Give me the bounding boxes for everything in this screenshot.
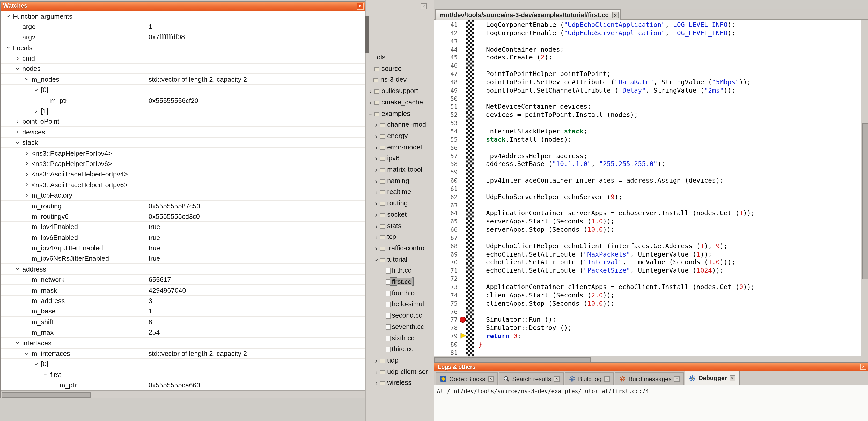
expand-icon[interactable]: › <box>373 165 380 175</box>
collapse-icon[interactable]: › <box>22 76 32 83</box>
close-icon[interactable]: × <box>604 376 610 382</box>
watch-row[interactable]: ›address <box>1 264 365 274</box>
tree-item-socket[interactable]: ›socket <box>366 210 434 220</box>
watch-row[interactable]: ›stack <box>1 137 365 148</box>
tree-item-second-cc[interactable]: second.cc <box>366 311 434 321</box>
expand-icon[interactable]: › <box>14 128 21 137</box>
collapse-icon[interactable]: › <box>32 86 41 93</box>
expand-icon[interactable]: › <box>373 233 380 242</box>
code-editor[interactable]: 41 LogComponentEnable ("UdpEchoClientApp… <box>434 20 861 356</box>
expand-icon[interactable]: › <box>367 98 374 107</box>
watch-row[interactable]: ›[0] <box>1 359 365 369</box>
tree-item-ipv6[interactable]: ›ipv6 <box>366 154 434 164</box>
watch-row[interactable]: ›<ns3::PcapHelperForIpv4> <box>1 148 365 159</box>
watch-row[interactable]: ›[0] <box>1 85 365 95</box>
watch-row[interactable]: ›<ns3::PcapHelperForIpv6> <box>1 159 365 169</box>
watch-row[interactable]: m_base1 <box>1 306 365 317</box>
log-tab-build-messages[interactable]: Build messages× <box>615 373 684 385</box>
tree-item-seventh-cc[interactable]: seventh.cc <box>366 322 434 332</box>
close-icon[interactable]: × <box>421 3 427 9</box>
expand-icon[interactable]: › <box>373 379 380 388</box>
expand-icon[interactable]: › <box>23 191 31 200</box>
close-icon[interactable]: × <box>612 12 619 18</box>
expand-icon[interactable]: › <box>23 159 31 168</box>
tree-item-hello-simul[interactable]: hello-simul <box>366 300 434 310</box>
tree-item-error-model[interactable]: ›error-model <box>366 142 434 153</box>
tree-item-ns-3-dev[interactable]: ns-3-dev <box>366 75 434 86</box>
watch-row[interactable]: m_ipv4ArpJitterEnabledtrue <box>1 243 365 253</box>
collapse-icon[interactable]: › <box>4 12 13 20</box>
close-icon[interactable]: × <box>730 375 735 381</box>
close-icon[interactable]: × <box>356 3 364 10</box>
watches-hscrollbar[interactable] <box>1 390 365 398</box>
close-icon[interactable]: × <box>554 376 559 382</box>
expand-icon[interactable]: › <box>373 154 380 164</box>
close-icon[interactable]: × <box>488 376 494 382</box>
collapse-icon[interactable]: › <box>372 256 381 263</box>
watch-row[interactable]: ›m_interfacesstd::vector of length 2, ca… <box>1 348 365 359</box>
expand-icon[interactable]: › <box>373 188 380 197</box>
tree-scrollbar-thumb[interactable] <box>365 15 369 53</box>
watch-row[interactable]: ›m_tcpFactory <box>1 190 365 201</box>
watch-row[interactable]: ›m_nodesstd::vector of length 2, capacit… <box>1 74 365 85</box>
tree-item-udp[interactable]: ›udp <box>366 356 434 366</box>
collapse-icon[interactable]: › <box>32 360 41 368</box>
tree-item-sixth-cc[interactable]: sixth.cc <box>366 333 434 344</box>
tree-item-tutorial[interactable]: ›tutorial <box>366 255 434 265</box>
watch-row[interactable]: ›interfaces <box>1 338 365 348</box>
log-tab-search-results[interactable]: Search results× <box>499 373 564 385</box>
editor-tab-first-cc[interactable]: mnt/dev/tools/source/ns-3-dev/examples/t… <box>435 9 621 20</box>
log-tab-debugger[interactable]: Debugger× <box>685 371 739 385</box>
tree-item-matrix-topol[interactable]: ›matrix-topol <box>366 165 434 175</box>
tree-item-ols[interactable]: ols <box>366 53 434 63</box>
scrollbar-thumb[interactable] <box>862 123 868 279</box>
expand-icon[interactable]: › <box>373 199 380 208</box>
watch-row[interactable]: m_routing0x555555587c50 <box>1 201 365 211</box>
expand-icon[interactable]: › <box>373 356 380 366</box>
tree-item-tcp[interactable]: ›tcp <box>366 232 434 242</box>
watch-row[interactable]: m_routingv60x5555555cd3c0 <box>1 211 365 222</box>
collapse-icon[interactable]: › <box>13 266 22 273</box>
watch-row[interactable]: ›<ns3::AsciiTraceHelperForIpv6> <box>1 180 365 190</box>
expand-icon[interactable]: › <box>373 132 380 141</box>
tree-item-source[interactable]: source <box>366 64 434 74</box>
watch-row[interactable]: ›<ns3::AsciiTraceHelperForIpv4> <box>1 169 365 180</box>
expand-icon[interactable]: › <box>14 117 21 126</box>
tree-item-routing[interactable]: ›routing <box>366 199 434 209</box>
tree-item-traffic-contro[interactable]: ›traffic-contro <box>366 244 434 254</box>
log-tab-build-log[interactable]: Build log× <box>565 373 614 385</box>
watch-row[interactable]: ›pointToPoint <box>1 117 365 127</box>
tree-item-fifth-cc[interactable]: fifth.cc <box>366 266 434 277</box>
column-divider[interactable] <box>148 11 148 390</box>
collapse-icon[interactable]: › <box>366 110 375 118</box>
expand-icon[interactable]: › <box>373 244 380 253</box>
expand-icon[interactable]: › <box>23 149 31 158</box>
expand-icon[interactable]: › <box>23 170 31 179</box>
watch-row[interactable]: argc1 <box>1 22 365 32</box>
expand-icon[interactable]: › <box>23 180 31 190</box>
expand-icon[interactable]: › <box>373 367 380 377</box>
tree-item-stats[interactable]: ›stats <box>366 221 434 231</box>
watch-row[interactable]: m_mask4294967040 <box>1 285 365 296</box>
expand-icon[interactable]: › <box>14 54 21 63</box>
tree-item-buildsupport[interactable]: ›buildsupport <box>366 86 434 97</box>
tree-item-realtime[interactable]: ›realtime <box>366 188 434 198</box>
collapse-icon[interactable]: › <box>22 350 32 357</box>
expand-icon[interactable]: › <box>373 176 380 186</box>
expand-icon[interactable]: › <box>33 106 40 116</box>
close-icon[interactable]: × <box>674 376 680 382</box>
expand-icon[interactable]: › <box>373 121 380 130</box>
watch-row[interactable]: m_max254 <box>1 327 365 338</box>
tree-item-naming[interactable]: ›naming <box>366 176 434 187</box>
editor-hscrollbar[interactable] <box>434 356 861 362</box>
expand-icon[interactable]: › <box>373 210 380 220</box>
tree-item-fourth-cc[interactable]: fourth.cc <box>366 288 434 299</box>
watch-row[interactable]: m_ptr0x55555556cf20 <box>1 95 365 106</box>
tree-item-channel-mod[interactable]: ›channel-mod <box>366 120 434 130</box>
tree-item-first-cc[interactable]: first.cc <box>366 277 434 288</box>
expand-icon[interactable]: › <box>367 87 374 96</box>
watches-titlebar[interactable]: Watches × <box>1 2 365 11</box>
watch-row[interactable]: m_shift8 <box>1 317 365 327</box>
watch-row[interactable]: ›[1] <box>1 106 365 117</box>
column-divider[interactable] <box>362 11 362 390</box>
